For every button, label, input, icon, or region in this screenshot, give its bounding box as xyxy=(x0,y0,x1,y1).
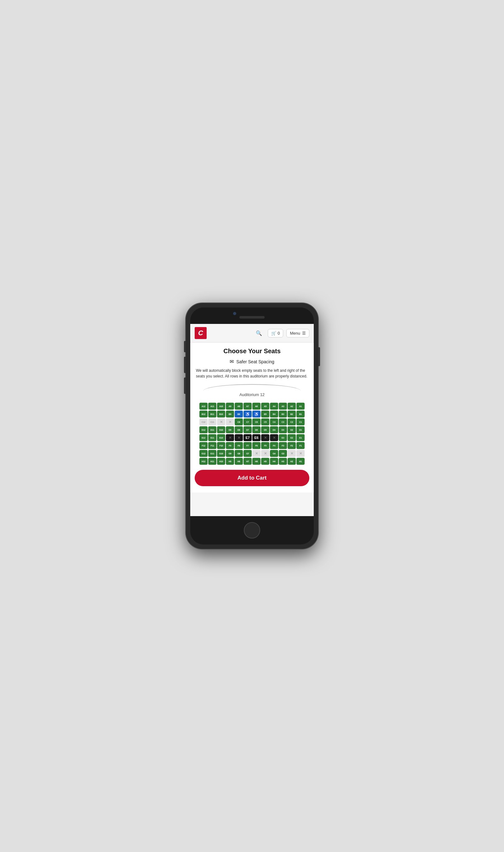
seat-B3[interactable]: B3 xyxy=(279,411,287,418)
seat-✕: ✕ xyxy=(261,434,269,441)
seat-A3[interactable]: A3 xyxy=(279,403,287,410)
seat-D4[interactable]: D4 xyxy=(270,426,278,433)
seat-A6[interactable]: A6 xyxy=(252,403,260,410)
seat-A4[interactable]: A4 xyxy=(270,403,278,410)
phone-screen: C 🔍 🛒 0 Menu ☰ Choose Your Seats ✉ Safer… xyxy=(190,324,314,516)
phone-body: C 🔍 🛒 0 Menu ☰ Choose Your Seats ✉ Safer… xyxy=(190,307,314,545)
seat-D2[interactable]: D2 xyxy=(288,426,296,433)
seat-E11[interactable]: E11 xyxy=(208,434,216,441)
seat-G11[interactable]: G11 xyxy=(208,450,216,457)
seat-A11[interactable]: A11 xyxy=(208,403,216,410)
seat-A9[interactable]: A9 xyxy=(226,403,234,410)
seat-D3[interactable]: D3 xyxy=(279,426,287,433)
seat-D8[interactable]: D8 xyxy=(235,426,243,433)
seat-B5[interactable]: B5 xyxy=(261,411,269,418)
auditorium-label: Auditorium 12 xyxy=(239,392,265,397)
seat-F9[interactable]: F9 xyxy=(226,442,234,449)
seat-G3[interactable]: G3 xyxy=(279,450,287,457)
seat-H8[interactable]: H8 xyxy=(235,458,243,465)
seat-H4[interactable]: H4 xyxy=(270,458,278,465)
seat-H9[interactable]: H9 xyxy=(226,458,234,465)
seat-H10[interactable]: H10 xyxy=(217,458,225,465)
seat-E12[interactable]: E12 xyxy=(199,434,208,441)
seat-E3[interactable]: E3 xyxy=(279,434,287,441)
seat-B2[interactable]: B2 xyxy=(288,411,296,418)
seat-row-B: B12B11B10B9B8♿♿B5B4B3B2B1 xyxy=(199,411,305,418)
seat-A12[interactable]: A12 xyxy=(199,403,208,410)
seat-G9[interactable]: G9 xyxy=(226,450,234,457)
seat-E6[interactable]: E6 xyxy=(252,434,260,441)
seat-C6[interactable]: C6 xyxy=(252,419,260,425)
seat-B11[interactable]: B11 xyxy=(208,411,216,418)
seat-G12[interactable]: G12 xyxy=(199,450,208,457)
seat-E7[interactable]: E7 xyxy=(244,434,252,441)
power-button xyxy=(318,347,320,366)
seat-C4[interactable]: C4 xyxy=(270,419,278,425)
seat-G4[interactable]: G4 xyxy=(270,450,278,457)
seat-H6[interactable]: H6 xyxy=(252,458,260,465)
seat-H5[interactable]: H5 xyxy=(261,458,269,465)
menu-button[interactable]: Menu ☰ xyxy=(286,329,309,337)
seat-F11[interactable]: F11 xyxy=(208,442,216,449)
seat-D7[interactable]: D7 xyxy=(244,426,252,433)
seat-G10[interactable]: G10 xyxy=(217,450,225,457)
seat-B1[interactable]: B1 xyxy=(296,411,305,418)
seat-B12[interactable]: B12 xyxy=(199,411,208,418)
seat-D6[interactable]: D6 xyxy=(252,426,260,433)
seat-F6[interactable]: F6 xyxy=(252,442,260,449)
safer-spacing-label: Safer Seat Spacing xyxy=(236,359,274,364)
seat-H11[interactable]: H11 xyxy=(208,458,216,465)
seat-F7[interactable]: F7 xyxy=(244,442,252,449)
seat-A2[interactable]: A2 xyxy=(288,403,296,410)
seat-B4[interactable]: B4 xyxy=(270,411,278,418)
seat-✕: ✕ xyxy=(270,434,278,441)
add-to-cart-button[interactable]: Add to Cart xyxy=(195,470,309,486)
seat-H2[interactable]: H2 xyxy=(288,458,296,465)
seat-F12[interactable]: F12 xyxy=(199,442,208,449)
seat-✕: ✕ xyxy=(288,450,296,457)
seat-F8[interactable]: F8 xyxy=(235,442,243,449)
search-button[interactable]: 🔍 xyxy=(253,328,265,338)
seat-B8[interactable]: B8 xyxy=(235,411,243,418)
seat-A5[interactable]: A5 xyxy=(261,403,269,410)
seat-F5[interactable]: F5 xyxy=(261,442,269,449)
seat-C8[interactable]: C8 xyxy=(235,419,243,425)
seat-C3[interactable]: C3 xyxy=(279,419,287,425)
home-button[interactable] xyxy=(244,522,260,538)
seat-G7[interactable]: G7 xyxy=(244,450,252,457)
seat-H1[interactable]: H1 xyxy=(296,458,305,465)
seat-B9[interactable]: B9 xyxy=(226,411,234,418)
seat-E2[interactable]: E2 xyxy=(288,434,296,441)
cart-button[interactable]: 🛒 0 xyxy=(268,329,283,337)
cart-icon: 🛒 xyxy=(271,331,276,336)
seat-♿[interactable]: ♿ xyxy=(244,411,252,418)
seat-H12[interactable]: H12 xyxy=(199,458,208,465)
seat-D12[interactable]: D12 xyxy=(199,426,208,433)
seat-D10[interactable]: D10 xyxy=(217,426,225,433)
seat-D1[interactable]: D1 xyxy=(296,426,305,433)
seat-F10[interactable]: F10 xyxy=(217,442,225,449)
seat-C2[interactable]: C2 xyxy=(288,419,296,425)
seat-G8[interactable]: G8 xyxy=(235,450,243,457)
seat-♿[interactable]: ♿ xyxy=(252,411,260,418)
seat-F4[interactable]: F4 xyxy=(270,442,278,449)
seat-D5[interactable]: D5 xyxy=(261,426,269,433)
seat-A7[interactable]: A7 xyxy=(244,403,252,410)
seat-F2[interactable]: F2 xyxy=(288,442,296,449)
page-title: Choose Your Seats xyxy=(195,348,309,355)
seat-E1[interactable]: E1 xyxy=(296,434,305,441)
seat-A1[interactable]: A1 xyxy=(296,403,305,410)
seat-C7[interactable]: C7 xyxy=(244,419,252,425)
seat-F3[interactable]: F3 xyxy=(279,442,287,449)
seat-A8[interactable]: A8 xyxy=(235,403,243,410)
seat-H3[interactable]: H3 xyxy=(279,458,287,465)
seat-D9[interactable]: D9 xyxy=(226,426,234,433)
seat-D11[interactable]: D11 xyxy=(208,426,216,433)
seat-A10[interactable]: A10 xyxy=(217,403,225,410)
seat-C1[interactable]: C1 xyxy=(296,419,305,425)
seat-C5[interactable]: C5 xyxy=(261,419,269,425)
seat-H7[interactable]: H7 xyxy=(244,458,252,465)
seat-B10[interactable]: B10 xyxy=(217,411,225,418)
seat-F1[interactable]: F1 xyxy=(296,442,305,449)
seat-E10[interactable]: E10 xyxy=(217,434,225,441)
